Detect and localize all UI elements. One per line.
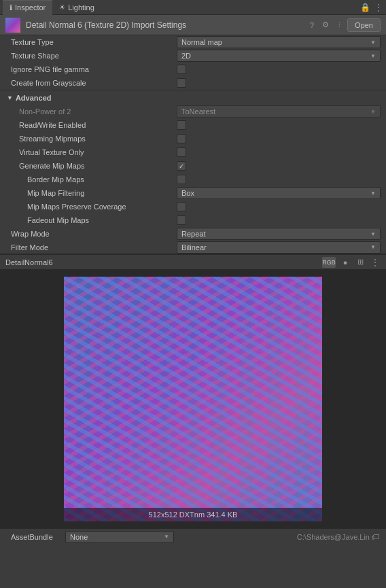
preview-checkerboard-icon[interactable]: ⊞ — [355, 257, 366, 268]
fadeout-mip-checkbox[interactable] — [177, 215, 186, 225]
create-grayscale-row: Create from Grayscale — [0, 76, 386, 90]
non-power-dropdown-arrow: ▼ — [370, 109, 376, 115]
preview-wrapper: 512x512 DXTnm 341.4 KB — [64, 277, 322, 521]
mip-filtering-dropdown-text: Box — [181, 189, 370, 197]
asset-bundle-row: AssetBundle None ▼ C:\Shaders@Jave.Lin 🏷 — [0, 528, 386, 544]
mip-coverage-row: Mip Maps Preserve Coverage — [0, 200, 386, 213]
streaming-mipmaps-value — [177, 134, 381, 143]
streaming-mipmaps-label: Streaming Mipmaps — [11, 135, 177, 143]
more-icon[interactable]: ⋮ — [334, 20, 345, 31]
texture-shape-label: Texture Shape — [11, 52, 177, 60]
asset-bundle-dropdown-arrow: ▼ — [164, 534, 169, 540]
wrap-mode-dropdown-arrow: ▼ — [370, 231, 376, 237]
asset-thumbnail — [5, 18, 20, 33]
tab-bar-actions: 🔒 ⋮ — [360, 3, 383, 12]
advanced-section-header[interactable]: ▼ Advanced — [0, 90, 386, 105]
preview-alpha-toggle[interactable]: ● — [340, 257, 351, 268]
filter-mode-value: Bilinear ▼ — [177, 241, 381, 254]
read-write-label: Read/Write Enabled — [11, 121, 177, 129]
ignore-png-row: Ignore PNG file gamma — [0, 63, 386, 76]
mip-coverage-checkbox[interactable] — [177, 202, 186, 211]
non-power-dropdown-text: ToNearest — [181, 107, 370, 116]
generate-mip-row: Generate Mip Maps — [0, 159, 386, 173]
inspector-icon: ℹ — [10, 3, 12, 12]
filter-mode-label: Filter Mode — [11, 243, 177, 252]
non-power-label: Non-Power of 2 — [11, 107, 177, 116]
border-mip-checkbox[interactable] — [177, 175, 186, 184]
ignore-png-checkbox[interactable] — [177, 65, 186, 74]
virtual-texture-checkbox[interactable] — [177, 148, 186, 157]
wrap-mode-dropdown[interactable]: Repeat ▼ — [177, 228, 381, 240]
lock-icon[interactable]: 🔒 — [360, 3, 370, 12]
preview-info: 512x512 DXTnm 341.4 KB — [64, 508, 322, 521]
fadeout-mip-label: Fadeout Mip Maps — [11, 216, 177, 224]
mip-coverage-label: Mip Maps Preserve Coverage — [11, 203, 177, 211]
border-mip-value — [177, 175, 381, 184]
preview-image-container: 512x512 DXTnm 341.4 KB — [0, 270, 386, 528]
ignore-png-value — [177, 65, 381, 74]
virtual-texture-value — [177, 148, 381, 157]
non-power-row: Non-Power of 2 ToNearest ▼ — [0, 105, 386, 118]
filter-mode-dropdown-arrow: ▼ — [370, 244, 376, 250]
mip-filtering-dropdown[interactable]: Box ▼ — [177, 187, 381, 199]
asset-bundle-dropdown-text: None — [70, 533, 164, 541]
asset-bundle-dropdown[interactable]: None ▼ — [65, 531, 174, 543]
read-write-row: Read/Write Enabled — [0, 118, 386, 132]
generate-mip-label: Generate Mip Maps — [11, 162, 177, 170]
preview-image — [64, 277, 322, 521]
filter-mode-dropdown-text: Bilinear — [181, 243, 370, 252]
create-grayscale-value — [177, 78, 381, 88]
mip-coverage-value — [177, 202, 381, 211]
wrap-mode-row: Wrap Mode Repeat ▼ — [0, 227, 386, 241]
preview-controls: RGB ● ⊞ ⋮ — [322, 257, 381, 268]
asset-header: Detail Normal 6 (Texture 2D) Import Sett… — [0, 15, 386, 35]
advanced-arrow-icon: ▼ — [7, 94, 13, 101]
inspector-content: Texture Type Normal map ▼ Texture Shape … — [0, 35, 386, 254]
tab-menu-icon[interactable]: ⋮ — [374, 3, 383, 12]
asset-bundle-right: C:\Shaders@Jave.Lin — [297, 533, 370, 541]
lighting-icon: ☀ — [59, 3, 65, 11]
open-button[interactable]: Open — [347, 18, 381, 32]
tab-inspector[interactable]: ℹ Inspector — [3, 0, 52, 15]
create-grayscale-label: Create from Grayscale — [11, 79, 177, 87]
preview-panel: DetailNormal6 RGB ● ⊞ ⋮ 512x512 DXTnm 34… — [0, 254, 386, 528]
tab-lighting[interactable]: ☀ Lighting — [52, 0, 101, 15]
mip-filtering-dropdown-arrow: ▼ — [370, 190, 376, 196]
generate-mip-checkbox[interactable] — [177, 161, 186, 171]
wrap-mode-dropdown-text: Repeat — [181, 230, 370, 238]
texture-shape-dropdown[interactable]: 2D ▼ — [177, 50, 381, 62]
tag-icon[interactable]: 🏷 — [370, 532, 381, 542]
texture-type-value: Normal map ▼ — [177, 36, 381, 48]
virtual-texture-row: Virtual Texture Only — [0, 145, 386, 159]
streaming-mipmaps-checkbox[interactable] — [177, 134, 186, 143]
settings-icon[interactable]: ⚙ — [320, 20, 331, 31]
help-icon[interactable]: ? — [306, 20, 317, 31]
texture-type-dropdown[interactable]: Normal map ▼ — [177, 36, 381, 48]
texture-shape-row: Texture Shape 2D ▼ — [0, 49, 386, 63]
asset-bundle-value: None ▼ — [65, 531, 297, 543]
tab-lighting-label: Lighting — [68, 3, 94, 12]
wrap-mode-label: Wrap Mode — [11, 230, 177, 238]
create-grayscale-checkbox[interactable] — [177, 78, 186, 88]
header-actions: ? ⚙ ⋮ Open — [306, 18, 381, 32]
non-power-dropdown[interactable]: ToNearest ▼ — [177, 105, 381, 118]
read-write-value — [177, 120, 381, 130]
read-write-checkbox[interactable] — [177, 120, 186, 130]
fadeout-mip-value — [177, 215, 381, 225]
asset-bundle-label: AssetBundle — [11, 533, 65, 541]
border-mip-label: Border Mip Maps — [11, 175, 177, 184]
texture-shape-value: 2D ▼ — [177, 50, 381, 62]
preview-rgb-toggle[interactable]: RGB — [322, 257, 336, 268]
tab-inspector-label: Inspector — [15, 3, 46, 12]
mip-filtering-label: Mip Map Filtering — [11, 189, 177, 197]
texture-type-dropdown-text: Normal map — [181, 38, 370, 46]
border-mip-row: Border Mip Maps — [0, 173, 386, 186]
texture-shape-dropdown-arrow: ▼ — [370, 53, 376, 59]
fadeout-mip-row: Fadeout Mip Maps — [0, 213, 386, 227]
texture-type-label: Texture Type — [11, 38, 177, 46]
filter-mode-dropdown[interactable]: Bilinear ▼ — [177, 241, 381, 254]
mip-filtering-row: Mip Map Filtering Box ▼ — [0, 186, 386, 200]
preview-more-icon[interactable]: ⋮ — [370, 257, 381, 268]
generate-mip-value — [177, 161, 381, 171]
tab-bar: ℹ Inspector ☀ Lighting 🔒 ⋮ — [0, 0, 386, 15]
